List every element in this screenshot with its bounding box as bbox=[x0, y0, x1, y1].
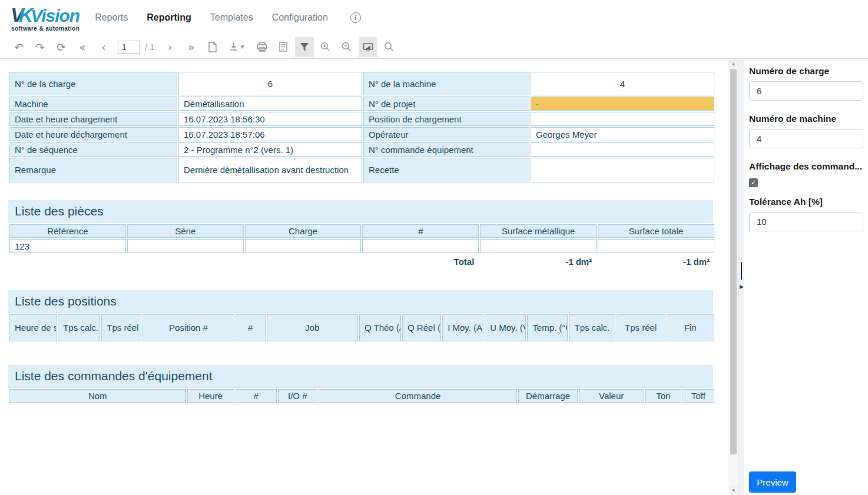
undo-button[interactable]: ↶ bbox=[9, 37, 28, 57]
recipe-value bbox=[531, 158, 714, 182]
print-icon bbox=[257, 42, 267, 52]
filter-button[interactable] bbox=[295, 37, 314, 57]
pieces-col-header: Série bbox=[127, 224, 244, 238]
search-button[interactable] bbox=[380, 37, 399, 57]
commands-table: Nom Heure # I/O # Commande Démarrage Val… bbox=[8, 388, 715, 404]
first-page-icon: « bbox=[79, 41, 86, 54]
download-button[interactable]: ▼ bbox=[224, 37, 250, 57]
first-page-button[interactable]: « bbox=[73, 37, 92, 57]
print-button[interactable] bbox=[253, 37, 271, 57]
project-number-value-highlighted: - bbox=[531, 97, 714, 111]
positions-col-header: Job bbox=[267, 314, 358, 341]
text-view-button[interactable] bbox=[274, 37, 293, 57]
remark-value: Dernière démétallisation avant destructi… bbox=[178, 158, 362, 182]
load-position-value bbox=[531, 112, 714, 126]
zoom-out-button[interactable] bbox=[337, 37, 356, 57]
filter-icon bbox=[300, 42, 309, 52]
page-number-input[interactable] bbox=[118, 41, 140, 54]
charge-info-table: N° de la charge 6 N° de la machine 4 Mac… bbox=[8, 71, 715, 184]
positions-col-header: Tps réel bbox=[101, 314, 141, 341]
refresh-button[interactable]: ⟳ bbox=[52, 37, 71, 57]
load-datetime-value: 16.07.2023 18:56:30 bbox=[178, 112, 362, 126]
info-label: Remarque bbox=[9, 158, 177, 182]
commands-section-title: Liste des commandes d'équipement bbox=[8, 365, 713, 388]
fit-screen-icon bbox=[363, 42, 373, 52]
prev-page-icon: ‹ bbox=[101, 41, 106, 54]
redo-button[interactable]: ↷ bbox=[31, 37, 49, 57]
machine-number-value: 4 bbox=[531, 72, 714, 95]
text-view-icon bbox=[279, 42, 287, 52]
preview-button[interactable]: Preview bbox=[749, 471, 796, 493]
commands-col-header: # bbox=[236, 389, 277, 403]
positions-col-header: U Moy. (V) bbox=[485, 314, 526, 341]
refresh-icon: ⟳ bbox=[57, 41, 66, 54]
prev-page-button[interactable]: ‹ bbox=[94, 37, 113, 57]
commands-col-header: Valeur bbox=[579, 389, 644, 403]
pieces-total-row: Total -1 dm² -1 dm² bbox=[8, 257, 713, 267]
next-page-button[interactable]: › bbox=[161, 37, 180, 57]
nav-item-configuration[interactable]: Configuration bbox=[272, 12, 328, 23]
panel-splitter[interactable]: ▶ bbox=[738, 59, 744, 495]
positions-col-header: Q Réel (Ah) bbox=[402, 314, 441, 341]
commands-col-header: Toff bbox=[683, 389, 714, 403]
report-toolbar: ↶ ↷ ⟳ « ‹ / 1 › » ▼ bbox=[0, 35, 868, 59]
info-label: Position de chargement bbox=[363, 112, 529, 126]
last-page-button[interactable]: » bbox=[182, 37, 201, 57]
machine-number-input[interactable] bbox=[749, 129, 863, 148]
undo-icon: ↶ bbox=[14, 41, 24, 54]
positions-col-header: Fin bbox=[667, 314, 714, 341]
charge-number-input[interactable] bbox=[749, 81, 863, 101]
top-navbar: V K Vision software & automation Reports… bbox=[0, 0, 868, 35]
nav-item-reporting[interactable]: Reporting bbox=[147, 12, 191, 23]
commands-col-header: Démarrage bbox=[518, 389, 577, 403]
positions-col-header: Tps calc. bbox=[58, 314, 100, 341]
commands-display-label: Affichage des command... bbox=[749, 161, 863, 172]
piece-total-surface-value bbox=[598, 239, 714, 253]
search-icon bbox=[384, 42, 394, 52]
report-page: N° de la charge 6 N° de la machine 4 Mac… bbox=[0, 59, 728, 495]
fit-screen-button[interactable] bbox=[359, 37, 377, 57]
splitter-collapse-icon[interactable]: ▶ bbox=[740, 284, 744, 290]
zoom-in-button[interactable] bbox=[316, 37, 335, 57]
commands-display-checkbox[interactable] bbox=[749, 178, 758, 187]
next-page-icon: › bbox=[168, 41, 173, 54]
positions-col-header: Tps réel bbox=[617, 314, 665, 341]
commands-col-header: Ton bbox=[645, 389, 681, 403]
brand-logo[interactable]: V K Vision software & automation bbox=[11, 4, 79, 32]
logo-name: Vision bbox=[31, 6, 79, 26]
splitter-handle[interactable] bbox=[741, 262, 742, 280]
info-label: N° commande équipement bbox=[363, 142, 529, 157]
scroll-up-button[interactable]: ▲ bbox=[728, 59, 738, 68]
positions-table: Heure de sortie Tps calc. Tps réel Posit… bbox=[8, 313, 715, 343]
nav-item-templates[interactable]: Templates bbox=[210, 12, 253, 23]
piece-serie-value bbox=[127, 239, 244, 253]
tolerance-input[interactable] bbox=[749, 212, 863, 231]
positions-col-header: Q Théo (Ah) bbox=[359, 314, 401, 341]
scrollbar-thumb[interactable] bbox=[730, 69, 737, 454]
info-label: Recette bbox=[363, 158, 529, 182]
pieces-section-title: Liste des pièces bbox=[8, 200, 713, 223]
info-label: N° de projet bbox=[363, 97, 529, 111]
positions-col-header: Heure de sortie bbox=[9, 314, 57, 341]
info-icon[interactable]: i bbox=[350, 12, 361, 23]
pieces-col-header: Référence bbox=[9, 224, 126, 238]
commands-col-header: I/O # bbox=[278, 389, 317, 403]
piece-reference-value: 123 bbox=[9, 239, 126, 253]
charge-number-label: Numéro de charge bbox=[749, 66, 863, 77]
info-label: N° de séquence bbox=[9, 142, 177, 157]
single-page-view-button[interactable] bbox=[203, 37, 222, 57]
nav-item-reports[interactable]: Reports bbox=[95, 12, 128, 23]
info-label: Date et heure chargement bbox=[9, 112, 177, 126]
main-menu: Reports Reporting Templates Configuratio… bbox=[95, 12, 361, 23]
info-label: Machine bbox=[9, 97, 177, 111]
redo-icon: ↷ bbox=[35, 41, 45, 54]
pieces-col-header: Surface totale bbox=[598, 224, 714, 238]
pieces-col-header: Charge bbox=[245, 224, 362, 238]
commands-col-header: Nom bbox=[9, 389, 186, 403]
total-surface: -1 dm² bbox=[595, 257, 713, 267]
info-label: Date et heure déchargement bbox=[9, 127, 177, 141]
scroll-down-button[interactable]: ▼ bbox=[728, 486, 738, 495]
machine-value: Démétallisation bbox=[178, 97, 362, 111]
piece-charge-value bbox=[245, 239, 362, 253]
positions-col-header: Tps calc. bbox=[569, 314, 615, 341]
